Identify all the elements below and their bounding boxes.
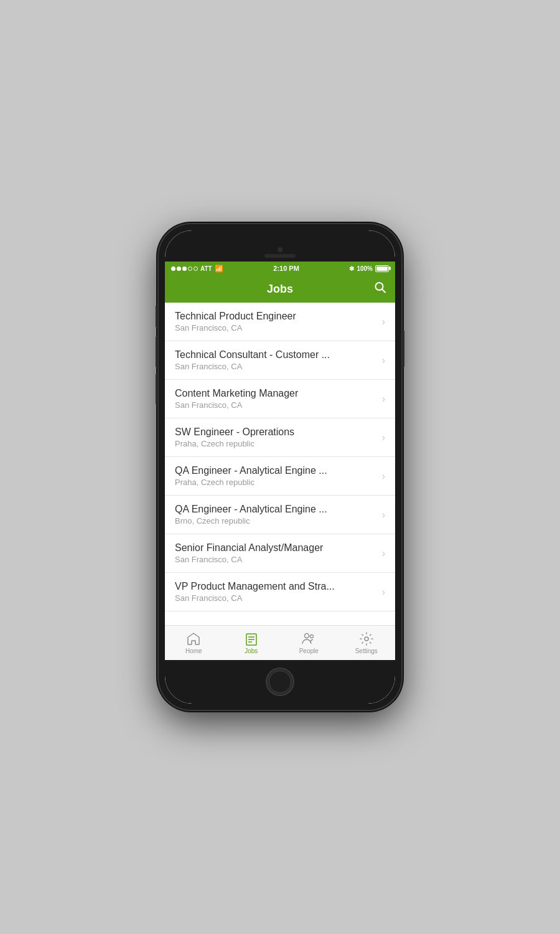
svg-point-8 [365, 637, 368, 641]
signal-strength [171, 267, 198, 271]
job-item[interactable]: Content Marketing Manager San Francisco,… [165, 380, 395, 418]
tab-settings[interactable]: Settings [338, 626, 396, 660]
job-title-4: QA Engineer - Analytical Engine ... [175, 465, 377, 476]
people-icon [301, 631, 316, 646]
job-title-6: Senior Financial Analyst/Manager [175, 542, 377, 554]
job-location-1: San Francisco, CA [175, 362, 377, 371]
job-item[interactable]: SW Engineer - Oprerations Praha, Czech r… [165, 418, 395, 457]
chevron-right-icon: › [382, 509, 385, 521]
job-title-2: Content Marketing Manager [175, 388, 377, 399]
chevron-right-icon: › [382, 316, 385, 328]
job-text-3: SW Engineer - Oprerations Praha, Czech r… [175, 427, 377, 448]
phone-bottom-bezel [165, 660, 395, 704]
home-icon [186, 631, 201, 646]
phone-top-bezel [165, 230, 395, 262]
chevron-right-icon: › [382, 355, 385, 366]
wifi-icon: 📶 [215, 265, 223, 273]
job-item[interactable]: Technical Consultant - Customer ... San … [165, 341, 395, 380]
tab-bar: Home Jobs People [165, 625, 395, 660]
job-text-2: Content Marketing Manager San Francisco,… [175, 388, 377, 410]
battery-percent: 100% [357, 265, 373, 272]
app-title: Jobs [267, 283, 293, 296]
job-location-4: Praha, Czech republic [175, 478, 377, 487]
signal-dot-5 [194, 267, 198, 271]
job-title-1: Technical Consultant - Customer ... [175, 349, 377, 361]
tab-settings-label: Settings [355, 648, 378, 654]
job-item[interactable]: Senior Financial Analyst/Manager San Fra… [165, 534, 395, 573]
job-item[interactable]: QA Engineer - Analytical Engine ... Brno… [165, 496, 395, 534]
carrier-label: ATT [200, 265, 212, 272]
job-title-3: SW Engineer - Oprerations [175, 427, 377, 438]
chevron-right-icon: › [382, 394, 385, 405]
job-location-2: San Francisco, CA [175, 400, 377, 410]
app-header: Jobs [165, 275, 395, 303]
job-location-7: San Francisco, CA [175, 593, 377, 603]
svg-point-7 [310, 635, 314, 638]
chevron-right-icon: › [382, 587, 385, 598]
signal-dot-4 [188, 267, 192, 271]
job-item[interactable]: Technical Product Engineer San Francisco… [165, 303, 395, 341]
job-item[interactable]: QA Engineer - Analytical Engine ... Prah… [165, 457, 395, 496]
bluetooth-icon: ✱ [349, 265, 354, 272]
jobs-icon [244, 631, 259, 646]
job-location-3: Praha, Czech republic [175, 439, 377, 448]
svg-point-6 [305, 634, 309, 638]
signal-dot-3 [182, 267, 187, 271]
earpiece-speaker [264, 254, 296, 258]
search-button[interactable] [374, 281, 386, 297]
status-bar: ATT 📶 2:10 PM ✱ 100% [165, 262, 395, 275]
chevron-right-icon: › [382, 432, 385, 443]
job-item[interactable]: VP Product Management and Stra... San Fr… [165, 573, 395, 611]
front-camera [278, 247, 282, 252]
signal-dot-1 [171, 267, 175, 271]
status-left: ATT 📶 [171, 265, 223, 273]
tab-people[interactable]: People [280, 626, 338, 660]
job-location-5: Brno, Czech republic [175, 516, 377, 526]
battery-bar [375, 265, 389, 272]
tab-home-label: Home [185, 648, 202, 654]
job-text-5: QA Engineer - Analytical Engine ... Brno… [175, 504, 377, 526]
volume-down-button [156, 374, 158, 405]
home-button[interactable] [266, 667, 294, 696]
search-icon [374, 281, 386, 294]
tab-jobs[interactable]: Jobs [223, 626, 281, 660]
job-location-6: San Francisco, CA [175, 555, 377, 564]
svg-line-1 [382, 290, 385, 293]
tab-jobs-label: Jobs [245, 648, 258, 654]
power-button [402, 330, 404, 367]
battery-fill [376, 267, 388, 271]
job-location-0: San Francisco, CA [175, 323, 377, 333]
job-text-1: Technical Consultant - Customer ... San … [175, 349, 377, 371]
home-button-inner [269, 671, 291, 693]
phone-device: ATT 📶 2:10 PM ✱ 100% Jobs [159, 224, 401, 710]
status-right: ✱ 100% [349, 265, 389, 272]
volume-up-button [156, 336, 158, 367]
job-text-7: VP Product Management and Stra... San Fr… [175, 581, 377, 603]
signal-dot-2 [177, 267, 181, 271]
settings-icon [359, 631, 374, 646]
job-title-5: QA Engineer - Analytical Engine ... [175, 504, 377, 515]
tab-people-label: People [299, 648, 319, 654]
job-text-4: QA Engineer - Analytical Engine ... Prah… [175, 465, 377, 487]
tab-home[interactable]: Home [165, 626, 223, 660]
job-text-0: Technical Product Engineer San Francisco… [175, 311, 377, 333]
job-text-6: Senior Financial Analyst/Manager San Fra… [175, 542, 377, 564]
job-title-7: VP Product Management and Stra... [175, 581, 377, 592]
clock: 2:10 PM [273, 265, 299, 272]
job-title-0: Technical Product Engineer [175, 311, 377, 322]
chevron-right-icon: › [382, 548, 385, 559]
job-list: Technical Product Engineer San Francisco… [165, 303, 395, 625]
chevron-right-icon: › [382, 471, 385, 482]
phone-screen: ATT 📶 2:10 PM ✱ 100% Jobs [165, 230, 395, 704]
